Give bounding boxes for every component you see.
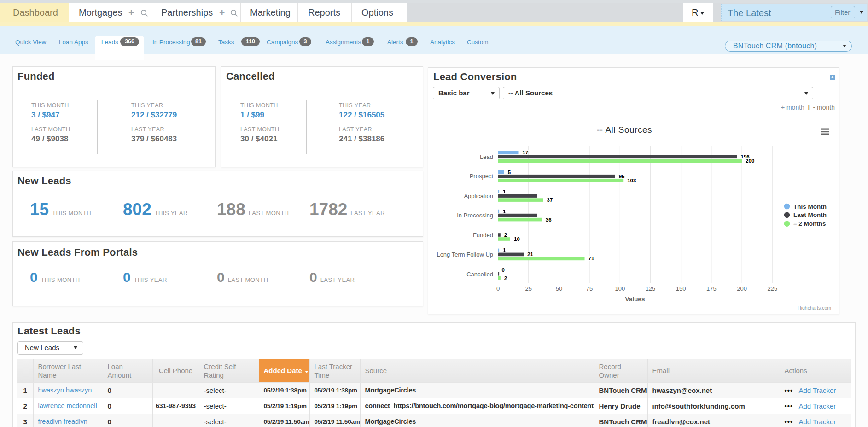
svg-text:225: 225	[767, 285, 777, 292]
svg-text:75: 75	[586, 285, 593, 292]
svg-text:Cancelled: Cancelled	[466, 271, 493, 278]
svg-text:1: 1	[503, 209, 506, 214]
svg-text:Last Month: Last Month	[793, 211, 827, 218]
svg-text:200: 200	[746, 158, 754, 164]
svg-text:0: 0	[502, 267, 505, 273]
svg-text:96: 96	[619, 174, 625, 179]
svg-text:Highcharts.com: Highcharts.com	[798, 305, 831, 310]
svg-text:Long Term Follow Up: Long Term Follow Up	[437, 251, 493, 258]
svg-text:100: 100	[615, 285, 625, 292]
svg-text:10: 10	[514, 236, 520, 242]
svg-text:Values: Values	[625, 296, 645, 303]
svg-text:0: 0	[496, 285, 500, 292]
svg-text:125: 125	[646, 285, 656, 292]
svg-text:103: 103	[627, 178, 636, 183]
svg-text:71: 71	[588, 256, 594, 261]
svg-text:21: 21	[527, 252, 533, 257]
svg-text:This Month: This Month	[793, 203, 827, 210]
svg-text:37: 37	[547, 197, 553, 203]
svg-text:1: 1	[503, 247, 506, 253]
svg-text:Lead: Lead	[480, 153, 493, 160]
svg-text:In Processing: In Processing	[457, 212, 493, 219]
svg-text:Funded: Funded	[473, 232, 493, 239]
svg-text:-- All Sources: -- All Sources	[597, 125, 652, 135]
svg-text:50: 50	[556, 285, 562, 292]
svg-text:150: 150	[676, 285, 686, 292]
svg-text:200: 200	[737, 285, 747, 292]
svg-text:25: 25	[525, 285, 531, 292]
svg-text:17: 17	[523, 150, 529, 155]
svg-text:5: 5	[508, 170, 511, 175]
svg-text:175: 175	[706, 285, 717, 292]
svg-text:2: 2	[504, 232, 507, 238]
svg-text:– 2 Months: – 2 Months	[793, 220, 826, 227]
svg-text:Application: Application	[464, 193, 493, 199]
svg-text:36: 36	[546, 217, 552, 222]
svg-text:Prospect: Prospect	[470, 173, 494, 180]
svg-text:1: 1	[503, 189, 506, 194]
svg-text:2: 2	[504, 275, 507, 281]
